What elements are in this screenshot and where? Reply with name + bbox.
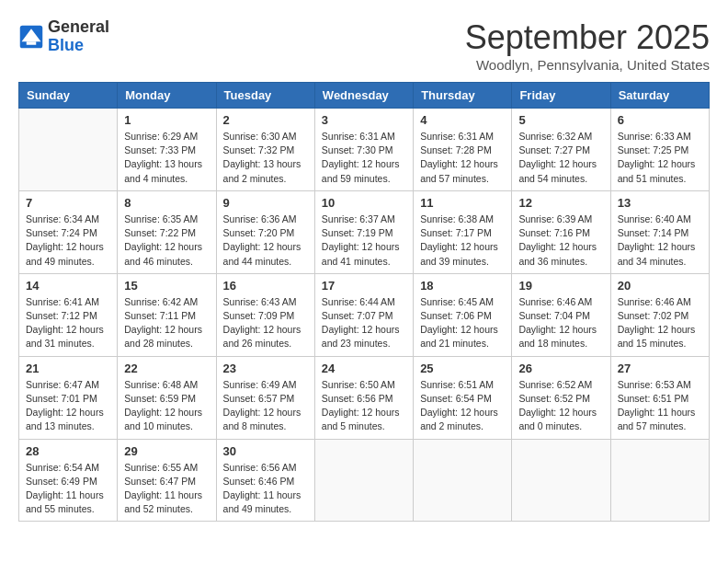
day-info: Sunrise: 6:36 AMSunset: 7:20 PMDaylight:… bbox=[223, 213, 308, 269]
day-number: 20 bbox=[618, 279, 702, 293]
day-number: 16 bbox=[223, 279, 308, 293]
day-number: 10 bbox=[322, 196, 406, 210]
calendar-cell: 7Sunrise: 6:34 AMSunset: 7:24 PMDaylight… bbox=[19, 190, 118, 273]
day-number: 15 bbox=[124, 279, 209, 293]
day-info: Sunrise: 6:33 AMSunset: 7:25 PMDaylight:… bbox=[618, 130, 702, 186]
day-number: 3 bbox=[322, 113, 406, 127]
weekday-header-saturday: Saturday bbox=[610, 83, 709, 109]
calendar-cell: 9Sunrise: 6:36 AMSunset: 7:20 PMDaylight… bbox=[216, 190, 314, 273]
day-info: Sunrise: 6:46 AMSunset: 7:02 PMDaylight:… bbox=[618, 295, 702, 351]
day-number: 17 bbox=[322, 279, 406, 293]
calendar-cell: 11Sunrise: 6:38 AMSunset: 7:17 PMDayligh… bbox=[414, 190, 512, 273]
day-info: Sunrise: 6:48 AMSunset: 6:59 PMDaylight:… bbox=[124, 378, 209, 434]
logo-text: General Blue bbox=[48, 18, 109, 55]
calendar-cell: 30Sunrise: 6:56 AMSunset: 6:46 PMDayligh… bbox=[216, 439, 314, 522]
calendar-cell: 14Sunrise: 6:41 AMSunset: 7:12 PMDayligh… bbox=[19, 273, 118, 356]
day-info: Sunrise: 6:32 AMSunset: 7:27 PMDaylight:… bbox=[518, 130, 603, 186]
calendar-cell: 15Sunrise: 6:42 AMSunset: 7:11 PMDayligh… bbox=[118, 273, 216, 356]
day-info: Sunrise: 6:38 AMSunset: 7:17 PMDaylight:… bbox=[420, 213, 505, 269]
day-number: 23 bbox=[223, 362, 308, 375]
calendar-cell: 29Sunrise: 6:55 AMSunset: 6:47 PMDayligh… bbox=[118, 439, 216, 522]
day-info: Sunrise: 6:46 AMSunset: 7:04 PMDaylight:… bbox=[518, 295, 603, 351]
logo: General Blue bbox=[18, 18, 109, 55]
calendar-header-row: SundayMondayTuesdayWednesdayThursdayFrid… bbox=[19, 83, 710, 109]
day-number: 29 bbox=[124, 444, 209, 458]
calendar-cell: 3Sunrise: 6:31 AMSunset: 7:30 PMDaylight… bbox=[314, 109, 413, 191]
day-number: 9 bbox=[223, 196, 308, 210]
day-number: 30 bbox=[223, 444, 308, 458]
calendar-cell: 2Sunrise: 6:30 AMSunset: 7:32 PMDaylight… bbox=[216, 109, 314, 191]
calendar-cell: 21Sunrise: 6:47 AMSunset: 7:01 PMDayligh… bbox=[19, 356, 118, 439]
calendar-cell: 18Sunrise: 6:45 AMSunset: 7:06 PMDayligh… bbox=[414, 273, 512, 356]
day-info: Sunrise: 6:56 AMSunset: 6:46 PMDaylight:… bbox=[223, 461, 308, 517]
day-info: Sunrise: 6:44 AMSunset: 7:07 PMDaylight:… bbox=[322, 295, 406, 351]
day-number: 1 bbox=[124, 113, 209, 127]
calendar-week-1: 1Sunrise: 6:29 AMSunset: 7:33 PMDaylight… bbox=[19, 109, 710, 191]
calendar-cell bbox=[610, 439, 709, 522]
day-number: 4 bbox=[420, 113, 505, 127]
calendar-cell: 22Sunrise: 6:48 AMSunset: 6:59 PMDayligh… bbox=[118, 356, 216, 439]
day-info: Sunrise: 6:29 AMSunset: 7:33 PMDaylight:… bbox=[124, 130, 209, 186]
page-header: General Blue September 2025 Woodlyn, Pen… bbox=[18, 18, 710, 73]
calendar-cell: 24Sunrise: 6:50 AMSunset: 6:56 PMDayligh… bbox=[314, 356, 413, 439]
calendar-table: SundayMondayTuesdayWednesdayThursdayFrid… bbox=[18, 82, 710, 522]
calendar-week-2: 7Sunrise: 6:34 AMSunset: 7:24 PMDaylight… bbox=[19, 190, 710, 273]
day-info: Sunrise: 6:41 AMSunset: 7:12 PMDaylight:… bbox=[26, 295, 110, 351]
day-number: 7 bbox=[26, 196, 110, 210]
day-number: 26 bbox=[518, 362, 603, 375]
calendar-cell bbox=[19, 109, 118, 191]
calendar-cell: 17Sunrise: 6:44 AMSunset: 7:07 PMDayligh… bbox=[314, 273, 413, 356]
calendar-cell: 27Sunrise: 6:53 AMSunset: 6:51 PMDayligh… bbox=[610, 356, 709, 439]
weekday-header-thursday: Thursday bbox=[414, 83, 512, 109]
weekday-header-sunday: Sunday bbox=[19, 83, 118, 109]
calendar-cell bbox=[512, 439, 610, 522]
day-info: Sunrise: 6:34 AMSunset: 7:24 PMDaylight:… bbox=[26, 213, 110, 269]
day-number: 2 bbox=[223, 113, 308, 127]
day-number: 14 bbox=[26, 279, 110, 293]
calendar-cell: 23Sunrise: 6:49 AMSunset: 6:57 PMDayligh… bbox=[216, 356, 314, 439]
weekday-header-wednesday: Wednesday bbox=[314, 83, 413, 109]
day-info: Sunrise: 6:39 AMSunset: 7:16 PMDaylight:… bbox=[518, 213, 603, 269]
day-number: 12 bbox=[518, 196, 603, 210]
calendar-week-5: 28Sunrise: 6:54 AMSunset: 6:49 PMDayligh… bbox=[19, 439, 710, 522]
svg-rect-2 bbox=[27, 41, 37, 45]
calendar-cell: 20Sunrise: 6:46 AMSunset: 7:02 PMDayligh… bbox=[610, 273, 709, 356]
month-title: September 2025 bbox=[465, 18, 710, 57]
day-info: Sunrise: 6:54 AMSunset: 6:49 PMDaylight:… bbox=[26, 461, 110, 517]
day-info: Sunrise: 6:51 AMSunset: 6:54 PMDaylight:… bbox=[420, 378, 505, 434]
day-number: 8 bbox=[124, 196, 209, 210]
calendar-cell: 28Sunrise: 6:54 AMSunset: 6:49 PMDayligh… bbox=[19, 439, 118, 522]
calendar-cell: 1Sunrise: 6:29 AMSunset: 7:33 PMDaylight… bbox=[118, 109, 216, 191]
calendar-cell: 6Sunrise: 6:33 AMSunset: 7:25 PMDaylight… bbox=[610, 109, 709, 191]
day-info: Sunrise: 6:47 AMSunset: 7:01 PMDaylight:… bbox=[26, 378, 110, 434]
calendar-week-4: 21Sunrise: 6:47 AMSunset: 7:01 PMDayligh… bbox=[19, 356, 710, 439]
weekday-header-monday: Monday bbox=[118, 83, 216, 109]
day-info: Sunrise: 6:31 AMSunset: 7:28 PMDaylight:… bbox=[420, 130, 505, 186]
title-block: September 2025 Woodlyn, Pennsylvania, Un… bbox=[465, 18, 710, 73]
calendar-cell: 13Sunrise: 6:40 AMSunset: 7:14 PMDayligh… bbox=[610, 190, 709, 273]
calendar-cell: 5Sunrise: 6:32 AMSunset: 7:27 PMDaylight… bbox=[512, 109, 610, 191]
logo-icon bbox=[18, 24, 44, 50]
day-number: 11 bbox=[420, 196, 505, 210]
day-info: Sunrise: 6:52 AMSunset: 6:52 PMDaylight:… bbox=[518, 378, 603, 434]
location: Woodlyn, Pennsylvania, United States bbox=[465, 57, 710, 73]
day-info: Sunrise: 6:49 AMSunset: 6:57 PMDaylight:… bbox=[223, 378, 308, 434]
day-number: 18 bbox=[420, 279, 505, 293]
day-info: Sunrise: 6:30 AMSunset: 7:32 PMDaylight:… bbox=[223, 130, 308, 186]
calendar-cell: 10Sunrise: 6:37 AMSunset: 7:19 PMDayligh… bbox=[314, 190, 413, 273]
day-info: Sunrise: 6:45 AMSunset: 7:06 PMDaylight:… bbox=[420, 295, 505, 351]
calendar-week-3: 14Sunrise: 6:41 AMSunset: 7:12 PMDayligh… bbox=[19, 273, 710, 356]
calendar-cell: 12Sunrise: 6:39 AMSunset: 7:16 PMDayligh… bbox=[512, 190, 610, 273]
calendar-cell bbox=[414, 439, 512, 522]
day-number: 22 bbox=[124, 362, 209, 375]
day-info: Sunrise: 6:55 AMSunset: 6:47 PMDaylight:… bbox=[124, 461, 209, 517]
day-number: 27 bbox=[618, 362, 702, 375]
day-number: 21 bbox=[26, 362, 110, 375]
day-info: Sunrise: 6:35 AMSunset: 7:22 PMDaylight:… bbox=[124, 213, 209, 269]
day-info: Sunrise: 6:37 AMSunset: 7:19 PMDaylight:… bbox=[322, 213, 406, 269]
day-info: Sunrise: 6:31 AMSunset: 7:30 PMDaylight:… bbox=[322, 130, 406, 186]
day-info: Sunrise: 6:42 AMSunset: 7:11 PMDaylight:… bbox=[124, 295, 209, 351]
day-number: 24 bbox=[322, 362, 406, 375]
weekday-header-friday: Friday bbox=[512, 83, 610, 109]
calendar-cell: 16Sunrise: 6:43 AMSunset: 7:09 PMDayligh… bbox=[216, 273, 314, 356]
